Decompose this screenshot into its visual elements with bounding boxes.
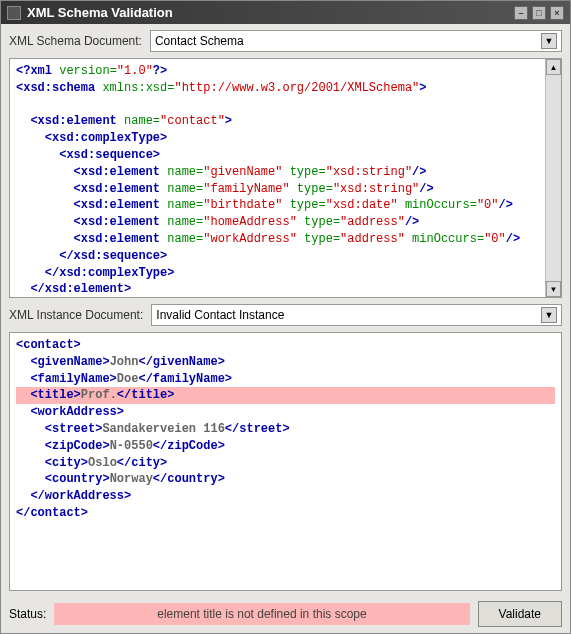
- instance-code-content[interactable]: <contact> <givenName>John</givenName> <f…: [10, 333, 561, 590]
- instance-code-box: <contact> <givenName>John</givenName> <f…: [9, 332, 562, 591]
- chevron-down-icon: ▼: [541, 33, 557, 49]
- app-icon: [7, 6, 21, 20]
- minimize-button[interactable]: –: [514, 6, 528, 20]
- close-button[interactable]: ×: [550, 6, 564, 20]
- window-title: XML Schema Validation: [27, 5, 173, 20]
- instance-label: XML Instance Document:: [9, 308, 143, 322]
- instance-dropdown[interactable]: Invalid Contact Instance ▼: [151, 304, 562, 326]
- maximize-button[interactable]: □: [532, 6, 546, 20]
- titlebar: XML Schema Validation – □ ×: [1, 1, 570, 24]
- scroll-up-icon[interactable]: ▲: [546, 59, 561, 75]
- schema-code-box: <?xml version="1.0"?> <xsd:schema xmlns:…: [9, 58, 562, 298]
- schema-label: XML Schema Document:: [9, 34, 142, 48]
- validate-button[interactable]: Validate: [478, 601, 562, 627]
- schema-selector-row: XML Schema Document: Contact Schema ▼: [9, 30, 562, 52]
- scroll-down-icon[interactable]: ▼: [546, 281, 561, 297]
- schema-dropdown-value: Contact Schema: [155, 34, 244, 48]
- instance-selector-row: XML Instance Document: Invalid Contact I…: [9, 304, 562, 326]
- schema-code-content[interactable]: <?xml version="1.0"?> <xsd:schema xmlns:…: [10, 59, 545, 297]
- chevron-down-icon: ▼: [541, 307, 557, 323]
- window-controls: – □ ×: [514, 6, 564, 20]
- scrollbar[interactable]: ▲ ▼: [545, 59, 561, 297]
- main-window: XML Schema Validation – □ × XML Schema D…: [0, 0, 571, 634]
- schema-dropdown[interactable]: Contact Schema ▼: [150, 30, 562, 52]
- status-label: Status:: [9, 607, 46, 621]
- instance-dropdown-value: Invalid Contact Instance: [156, 308, 284, 322]
- content-area: XML Schema Document: Contact Schema ▼ <?…: [1, 24, 570, 633]
- status-row: Status: element title is not defined in …: [9, 601, 562, 627]
- status-message: element title is not defined in this sco…: [54, 603, 469, 625]
